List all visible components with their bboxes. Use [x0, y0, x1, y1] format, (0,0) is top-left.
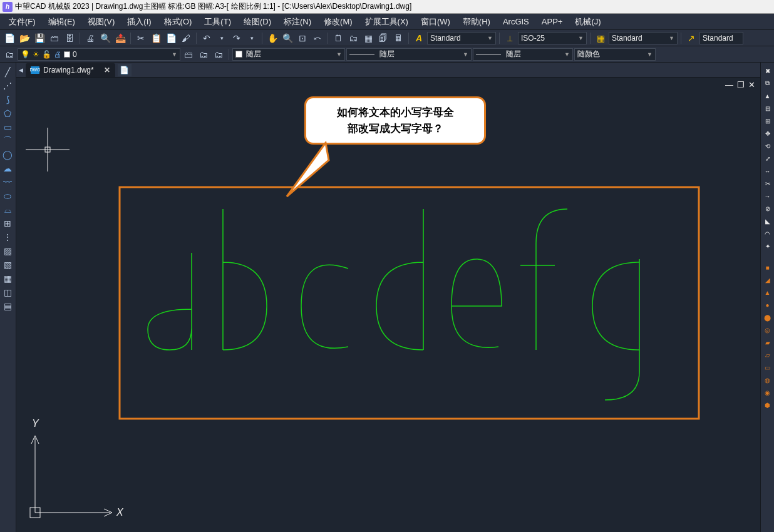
color-dropdown[interactable]: 随层 ▼: [232, 48, 345, 61]
scale-tool[interactable]: ⤢: [762, 153, 773, 164]
pyramid-tool[interactable]: ▰: [762, 337, 773, 348]
mirror-tool[interactable]: ▲: [762, 90, 773, 101]
menu-format[interactable]: 格式(O): [159, 14, 197, 29]
menu-tools[interactable]: 工具(T): [199, 14, 236, 29]
table-style-dropdown[interactable]: Standard ▼: [609, 32, 678, 44]
erase-tool[interactable]: ✖: [762, 65, 773, 76]
rotate-tool[interactable]: ⟲: [762, 140, 773, 151]
layer-prev-button[interactable]: 🗂: [212, 48, 225, 61]
explode-tool[interactable]: ✦: [762, 240, 773, 252]
properties-button[interactable]: 🗒: [331, 31, 345, 45]
menu-arcgis[interactable]: ArcGIS: [498, 15, 534, 28]
layer-state-button[interactable]: 🗃: [182, 48, 195, 61]
layer-manager-button[interactable]: 🗂: [3, 48, 16, 61]
undo-button[interactable]: ↶: [200, 31, 214, 45]
rectangle-tool[interactable]: ▭: [0, 120, 15, 134]
menu-window[interactable]: 窗口(W): [416, 14, 455, 29]
cylinder-tool[interactable]: ⬤: [762, 312, 773, 323]
matchprop-button[interactable]: 🖌: [179, 31, 193, 45]
saveas-button[interactable]: 🗄: [63, 31, 76, 45]
mleader-style-dropdown[interactable]: Standard: [699, 32, 743, 44]
menu-edit[interactable]: 编辑(E): [43, 14, 80, 29]
publish-button[interactable]: 📤: [113, 31, 127, 45]
point-tool[interactable]: ⋮: [0, 230, 15, 244]
new-button[interactable]: 📄: [3, 31, 16, 45]
redo-dropdown[interactable]: ▾: [245, 31, 259, 45]
document-tab-drawing1[interactable]: DWG Drawing1.dwg* ✕: [26, 63, 115, 77]
menu-view[interactable]: 视图(V): [83, 14, 120, 29]
extra2-tool[interactable]: ▭: [762, 362, 773, 373]
hatch-tool[interactable]: ▨: [0, 244, 15, 258]
open-button[interactable]: 📂: [18, 31, 31, 45]
saveall-button[interactable]: 🗃: [48, 31, 61, 45]
dim-style-dropdown[interactable]: ISO-25 ▼: [518, 32, 587, 44]
break-tool[interactable]: ⊘: [762, 203, 773, 214]
table-tool[interactable]: ▦: [0, 272, 15, 285]
extend-tool[interactable]: →: [762, 190, 773, 202]
stretch-tool[interactable]: ↔: [762, 165, 773, 176]
copy-tool[interactable]: ⧉: [762, 78, 773, 89]
menu-draw[interactable]: 绘图(D): [239, 14, 276, 29]
spline-tool[interactable]: 〰: [0, 175, 15, 189]
cut-button[interactable]: ✂: [134, 31, 148, 45]
arc-tool[interactable]: ⟆: [0, 93, 15, 106]
sheetset-button[interactable]: 🗐: [376, 31, 390, 45]
box-tool[interactable]: ■: [762, 262, 773, 273]
menu-help[interactable]: 帮助(H): [458, 14, 495, 29]
extra5-tool[interactable]: ⬢: [762, 399, 773, 411]
zoom-realtime-button[interactable]: 🔍: [281, 31, 294, 45]
polygon-tool[interactable]: ⬠: [0, 106, 15, 120]
lineweight-dropdown[interactable]: 随层 ▼: [473, 48, 573, 61]
pan-button[interactable]: ✋: [266, 31, 279, 45]
print-button[interactable]: 🖨: [83, 31, 97, 45]
array-tool[interactable]: ⊞: [762, 115, 773, 126]
menu-appplus[interactable]: APP+: [537, 15, 568, 28]
undo-dropdown[interactable]: ▾: [215, 31, 229, 45]
fillet-tool[interactable]: ◠: [762, 228, 773, 239]
extra1-tool[interactable]: ▱: [762, 349, 773, 361]
block-tool[interactable]: ⊞: [0, 217, 15, 230]
chamfer-tool[interactable]: ◣: [762, 215, 773, 227]
save-button[interactable]: 💾: [33, 31, 46, 45]
menu-extend[interactable]: 扩展工具(X): [360, 14, 413, 29]
revision-cloud-tool[interactable]: ☁: [0, 161, 15, 175]
print-preview-button[interactable]: 🔍: [98, 31, 112, 45]
move-tool[interactable]: ✥: [762, 128, 773, 139]
extra4-tool[interactable]: ◉: [762, 387, 773, 398]
layer-dropdown[interactable]: 💡 ☀ 🔓 🖨 0 ▼: [18, 48, 180, 61]
plotstyle-dropdown[interactable]: 随颜色 ▼: [574, 48, 656, 61]
menu-file[interactable]: 文件(F): [4, 14, 41, 29]
close-tab-button[interactable]: ✕: [104, 66, 110, 74]
ellipse-tool[interactable]: ⬭: [0, 189, 15, 203]
paste-button[interactable]: 📄: [164, 31, 178, 45]
line-tool[interactable]: ╱: [0, 65, 15, 79]
arc2-tool[interactable]: ⌒: [0, 134, 15, 148]
circle-tool[interactable]: ◯: [0, 148, 15, 161]
menu-mech[interactable]: 机械(J): [570, 14, 606, 29]
copy-button[interactable]: 📋: [149, 31, 163, 45]
designcenter-button[interactable]: 🗂: [346, 31, 360, 45]
menu-insert[interactable]: 插入(I): [122, 14, 156, 29]
zoom-prev-button[interactable]: ⤺: [311, 31, 324, 45]
trim-tool[interactable]: ✂: [762, 178, 773, 189]
extra3-tool[interactable]: ◍: [762, 374, 773, 386]
text-style-dropdown[interactable]: Standard ▼: [427, 32, 496, 44]
region-tool[interactable]: ▧: [0, 258, 15, 272]
tab-scroll-left[interactable]: ◀: [19, 67, 23, 73]
menu-modify[interactable]: 修改(M): [319, 14, 358, 29]
cone-tool[interactable]: ▲: [762, 287, 773, 298]
menu-annotate[interactable]: 标注(N): [279, 14, 316, 29]
drawing-canvas[interactable]: — ❐ ✕: [16, 78, 760, 532]
boundary-tool[interactable]: ▤: [0, 299, 15, 313]
wedge-tool[interactable]: ◢: [762, 274, 773, 285]
ellipse-arc-tool[interactable]: ⌓: [0, 203, 15, 217]
layer-iso-button[interactable]: 🗂: [197, 48, 210, 61]
new-tab-button[interactable]: 📄: [118, 64, 132, 76]
sphere-tool[interactable]: ●: [762, 299, 773, 310]
zoom-window-button[interactable]: ⊡: [296, 31, 309, 45]
torus-tool[interactable]: ◎: [762, 324, 773, 335]
gradient-tool[interactable]: ◫: [0, 285, 15, 299]
redo-button[interactable]: ↷: [230, 31, 244, 45]
linetype-dropdown[interactable]: 随层 ▼: [346, 48, 472, 61]
toolpalette-button[interactable]: ▦: [361, 31, 375, 45]
